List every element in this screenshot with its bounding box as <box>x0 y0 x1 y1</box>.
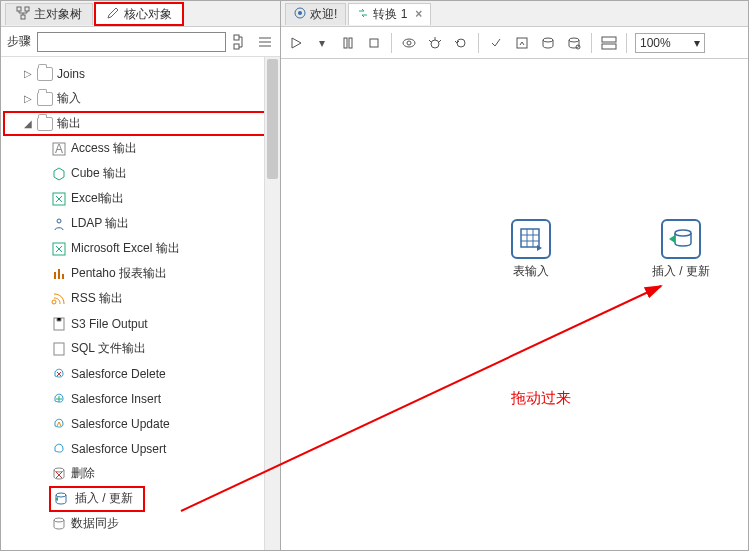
tree-item-sql[interactable]: SQL 文件输出 <box>3 336 278 361</box>
zoom-select[interactable]: 100% ▾ <box>635 33 705 53</box>
stop-icon[interactable] <box>365 34 383 52</box>
step-icon <box>51 341 67 357</box>
tree-item-pentaho[interactable]: Pentaho 报表输出 <box>3 261 278 286</box>
tree-item-label: Microsoft Excel 输出 <box>71 240 180 257</box>
step-icon <box>51 366 67 382</box>
tree-item-msexcel[interactable]: Microsoft Excel 输出 <box>3 236 278 261</box>
tree-item-sync[interactable]: 数据同步 <box>3 511 278 536</box>
tree-item-label: RSS 输出 <box>71 290 123 307</box>
svg-rect-10 <box>54 272 56 279</box>
replay-icon[interactable] <box>452 34 470 52</box>
tree-item-label: S3 File Output <box>71 317 148 331</box>
tree-label: Joins <box>57 67 85 81</box>
filter-input[interactable] <box>37 32 226 52</box>
svg-rect-22 <box>370 39 378 47</box>
canvas[interactable]: 表输入 插入 / 更新 拖动过来 <box>281 59 748 550</box>
svg-point-16 <box>56 493 66 497</box>
show-results-icon[interactable] <box>600 34 618 52</box>
svg-rect-32 <box>521 229 539 247</box>
tree-item-label: 数据同步 <box>71 515 119 532</box>
pause-icon[interactable] <box>339 34 357 52</box>
svg-rect-2 <box>21 15 25 19</box>
svg-point-28 <box>569 38 579 42</box>
tree-node-output[interactable]: ◢ 输出 <box>3 111 278 136</box>
tree-label: 输出 <box>57 115 81 132</box>
svg-point-17 <box>54 518 64 522</box>
tree-item-cube[interactable]: Cube 输出 <box>3 161 278 186</box>
tree-item-sfdelete[interactable]: Salesforce Delete <box>3 361 278 386</box>
svg-rect-3 <box>234 35 239 40</box>
expand-arrow-icon[interactable]: ▷ <box>23 68 33 79</box>
tree-item-delete[interactable]: 删除 <box>3 461 278 486</box>
scroll-thumb[interactable] <box>267 59 278 179</box>
step-icon <box>53 491 69 507</box>
tab-welcome[interactable]: 欢迎! <box>285 3 346 25</box>
verify-icon[interactable] <box>487 34 505 52</box>
debug-icon[interactable] <box>426 34 444 52</box>
drag-annotation: 拖动过来 <box>511 389 571 408</box>
node-label: 表输入 <box>501 263 561 280</box>
tree-item-label: Cube 输出 <box>71 165 127 182</box>
tab-core-label: 核心对象 <box>124 6 172 23</box>
tree-item-access[interactable]: AAccess 输出 <box>3 136 278 161</box>
tree-item-insert-update[interactable]: 插入 / 更新 <box>3 486 278 511</box>
tree-item-s3[interactable]: S3 File Output <box>3 311 278 336</box>
step-icon <box>51 216 67 232</box>
run-dropdown-icon[interactable]: ▾ <box>313 34 331 52</box>
right-tab-bar: 欢迎! 转换 1 × <box>281 1 748 27</box>
tree-item-label: Salesforce Upsert <box>71 442 166 456</box>
tree-item-sfupdate[interactable]: Salesforce Update <box>3 411 278 436</box>
svg-rect-0 <box>17 7 21 11</box>
tree-item-sfinsert[interactable]: Salesforce Insert <box>3 386 278 411</box>
tree-scrollbar[interactable] <box>264 57 280 550</box>
step-icon <box>51 316 67 332</box>
explore-db-icon[interactable] <box>565 34 583 52</box>
svg-rect-20 <box>344 38 347 48</box>
svg-rect-4 <box>234 44 239 49</box>
tree-item-excel[interactable]: Excel输出 <box>3 186 278 211</box>
tree-item-label: Salesforce Insert <box>71 392 161 406</box>
tree-node-input[interactable]: ▷ 输入 <box>3 86 278 111</box>
tree-label: 输入 <box>57 90 81 107</box>
tab-core-objects[interactable]: 核心对象 <box>95 3 183 25</box>
folder-icon <box>37 67 53 81</box>
canvas-node-insert-update[interactable]: 插入 / 更新 <box>641 219 721 280</box>
run-icon[interactable] <box>287 34 305 52</box>
step-icon <box>51 516 67 532</box>
tree-item-label: 插入 / 更新 <box>75 490 133 507</box>
step-icon <box>51 191 67 207</box>
svg-point-8 <box>57 219 61 223</box>
step-icon <box>51 241 67 257</box>
tab-welcome-label: 欢迎! <box>310 6 337 23</box>
sql-icon[interactable] <box>539 34 557 52</box>
step-icon <box>51 416 67 432</box>
canvas-node-table-input[interactable]: 表输入 <box>501 219 561 280</box>
svg-text:A: A <box>55 142 63 156</box>
preview-icon[interactable] <box>400 34 418 52</box>
expand-collapse-icon[interactable] <box>256 33 274 51</box>
table-input-icon <box>511 219 551 259</box>
collapse-arrow-icon[interactable]: ◢ <box>23 118 33 129</box>
step-icon: A <box>51 141 67 157</box>
expand-arrow-icon[interactable]: ▷ <box>23 93 33 104</box>
tree-node-joins[interactable]: ▷ Joins <box>3 61 278 86</box>
tree-item-rss[interactable]: RSS 输出 <box>3 286 278 311</box>
tree-item-label: SQL 文件输出 <box>71 340 146 357</box>
tree-icon <box>16 6 30 23</box>
tree[interactable]: ▷ Joins ▷ 输入 ◢ 输出 AAccess 输出 Cube 输出 Exc… <box>1 57 280 550</box>
step-icon <box>51 441 67 457</box>
tab-transform[interactable]: 转换 1 × <box>348 3 431 25</box>
step-icon <box>51 291 67 307</box>
folder-icon <box>37 92 53 106</box>
svg-point-25 <box>431 40 439 48</box>
impact-icon[interactable] <box>513 34 531 52</box>
pencil-icon <box>106 6 120 23</box>
close-icon[interactable]: × <box>415 7 422 21</box>
tree-item-sfupsert[interactable]: Salesforce Upsert <box>3 436 278 461</box>
svg-point-15 <box>54 468 64 472</box>
tab-main-tree-label: 主对象树 <box>34 6 82 23</box>
svg-rect-21 <box>349 38 352 48</box>
tree-item-ldap[interactable]: LDAP 输出 <box>3 211 278 236</box>
tab-main-tree[interactable]: 主对象树 <box>5 3 93 25</box>
category-view-icon[interactable] <box>232 33 250 51</box>
